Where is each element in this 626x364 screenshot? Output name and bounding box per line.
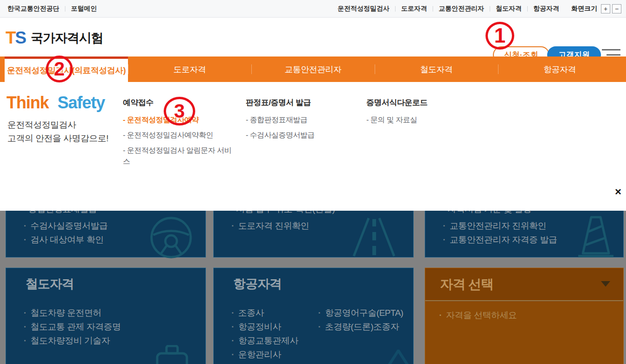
menu-column-heading: 판정표/증명서 발급 [246, 97, 355, 108]
list-item[interactable]: 교통안전관리자 진위확인 [443, 219, 557, 233]
card-title: 철도자격 [26, 276, 74, 292]
license-select-dropdown[interactable]: 자격 선택 [425, 268, 623, 301]
list-item[interactable]: 철도차량 운전면허 [24, 306, 121, 320]
list-item[interactable]: 검사 대상여부 확인 [24, 233, 108, 247]
promo-title-think: Think [6, 93, 49, 112]
util-link-aviation[interactable]: 항공자격 [533, 5, 559, 13]
promo-title: Think Safety [6, 93, 105, 113]
divider [433, 6, 433, 12]
menu-item-report-reissue[interactable]: 종합판정표재발급 [246, 116, 307, 124]
tab-rail-license[interactable]: 철도자격 [375, 56, 498, 82]
divider [490, 6, 490, 12]
font-size-increase-button[interactable]: + [601, 4, 610, 13]
promo-title-safety: Safety [57, 93, 105, 112]
font-size-decrease-button[interactable]: − [612, 4, 621, 13]
promo-text: 운전적성정밀검사 고객의 안전을 사명감으로! [7, 118, 109, 145]
card-title: 자격 선택 [440, 276, 493, 293]
menu-item-sms-service[interactable]: 운전적성정밀검사 알림문자 서비스 [123, 146, 231, 165]
menu-item-exam-certificate[interactable]: 수검사실증명서발급 [246, 131, 314, 139]
card-title: 항공자격 [233, 276, 281, 292]
mega-menu-panel: Think Safety 운전적성정밀검사 고객의 안전을 사명감으로! 예약접… [0, 82, 626, 211]
list-item[interactable]: 도로자격 진위확인 [231, 219, 309, 233]
util-link-driver-exam[interactable]: 운전적성정밀검사 [338, 5, 390, 13]
card-license-select: 자격 선택 자격을 선택하세요 [425, 268, 624, 364]
plane-icon [380, 350, 417, 364]
list-item[interactable]: 철도교통 관제 자격증명 [24, 320, 121, 334]
traffic-cone-icon [575, 214, 617, 258]
screen-size-label: 화면크기 [571, 5, 597, 13]
site-title: 국가자격시험 [31, 30, 103, 46]
select-placeholder: 자격을 선택하세요 [439, 309, 517, 321]
license-select-body: 자격을 선택하세요 [425, 301, 623, 364]
tab-driver-aptitude-exam[interactable]: 운전적성정밀검사(의료적성검사) [5, 56, 128, 82]
list-item[interactable]: 교통안전관리자 자격증 발급 [443, 233, 557, 247]
tab-traffic-safety-manager[interactable]: 교통안전관리자 [251, 56, 375, 82]
divider [527, 6, 528, 12]
promo-line: 고객의 안전을 사명감으로! [7, 132, 109, 145]
steering-wheel-icon [149, 215, 193, 260]
util-link-kotsa[interactable]: 한국교통안전공단 [7, 5, 59, 13]
chevron-down-icon [601, 281, 610, 287]
tab-road-license[interactable]: 도로자격 [128, 56, 251, 82]
util-link-portal-main[interactable]: 포털메인 [71, 5, 97, 13]
logo-letter-t: T [6, 28, 15, 48]
list-item[interactable]: 운항관리사 [231, 348, 298, 362]
util-link-road[interactable]: 도로자격 [401, 5, 427, 13]
tab-aviation-license[interactable]: 항공자격 [498, 56, 621, 82]
list-item[interactable]: 철도차량정비 기술자 [24, 334, 121, 348]
menu-column-reservation: 예약접수 운전적성정밀검사예약 운전적성정밀검사예약확인 운전적성정밀검사 알림… [123, 97, 232, 171]
close-icon[interactable]: × [612, 186, 624, 198]
main-navbar: 운전적성정밀검사(의료적성검사) 도로자격 교통안전관리자 철도자격 항공자격 [0, 56, 626, 82]
utility-bar: 한국교통안전공단 포털메인 운전적성정밀검사 도로자격 교통안전관리자 철도자격… [0, 0, 626, 18]
site-header: T S 국가자격시험 신청·조회 고객지원 [0, 18, 626, 56]
menu-item-reservation-check[interactable]: 운전적성정밀검사예약확인 [123, 131, 213, 139]
menu-column-downloads: 증명서식다운로드 문의 및 자료실 [366, 97, 475, 130]
list-item[interactable]: 수검사실증명서발급 [24, 219, 108, 233]
divider [395, 6, 396, 12]
card-rail-license: 철도자격 철도차량 운전면허 철도교통 관제 자격증명 철도차량정비 기술자 [6, 268, 206, 364]
util-link-rail[interactable]: 철도자격 [496, 5, 522, 13]
promo-line: 운전적성정밀검사 [7, 118, 109, 132]
menu-column-certificates: 판정표/증명서 발급 종합판정표재발급 수검사실증명서발급 [246, 97, 355, 145]
list-item[interactable]: 항공정비사 [231, 320, 298, 334]
divider [65, 6, 65, 12]
list-item[interactable]: 초경량(드론)조종자 [318, 320, 403, 334]
card-aviation-license: 항공자격 조종사 항공정비사 항공교통관제사 운항관리사 항공영어구술(EPTA… [213, 268, 414, 364]
menu-item-exam-reservation[interactable]: 운전적성정밀검사예약 [123, 116, 199, 124]
menu-item-inquiry-archive[interactable]: 문의 및 자료실 [366, 116, 417, 124]
menu-column-heading: 예약접수 [123, 97, 232, 108]
road-icon [347, 215, 401, 258]
page: 종합판정표재발급 수검사실증명서발급 검사 대상여부 확인 시험 접수·취소·확… [0, 0, 626, 364]
list-item[interactable]: 항공교통관제사 [231, 334, 298, 348]
list-item[interactable]: 조종사 [231, 306, 298, 320]
menu-column-heading: 증명서식다운로드 [366, 97, 475, 108]
list-item[interactable]: 항공영어구술(EPTA) [318, 306, 403, 320]
util-link-traffic-manager[interactable]: 교통안전관리자 [439, 5, 484, 13]
logo-letter-s: S [15, 28, 26, 48]
ts-logo[interactable]: T S 국가자격시험 [6, 28, 103, 48]
train-icon [151, 345, 193, 364]
